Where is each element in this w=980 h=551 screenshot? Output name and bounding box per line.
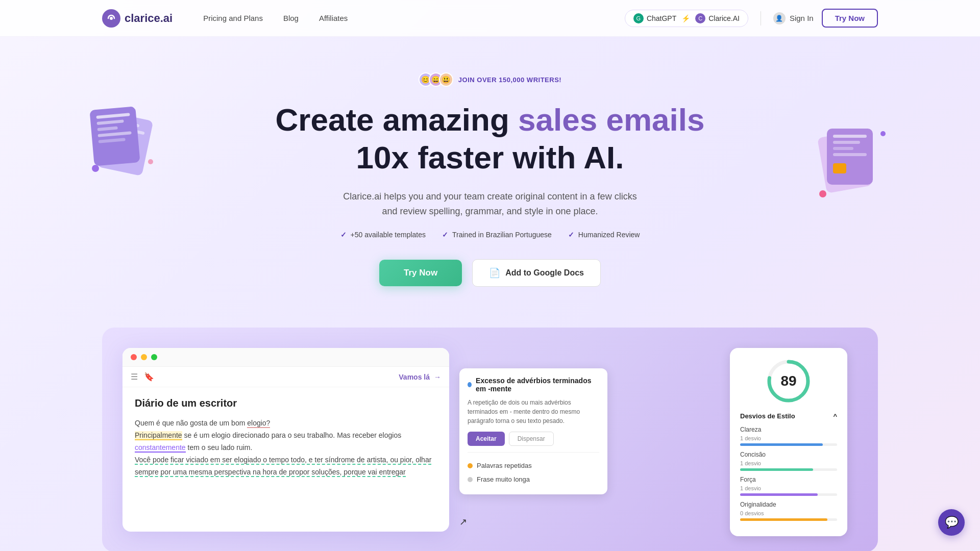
arrow-right-icon: → — [434, 373, 441, 381]
highlight-principalmente: Principalmente — [135, 431, 182, 440]
decoration-dot-purple — [92, 165, 99, 172]
logo[interactable]: clarice.ai — [102, 9, 173, 28]
doc-title: Diário de um escritor — [135, 397, 437, 409]
check-icon-3: ✓ — [568, 231, 574, 239]
score-item-originalidade: Originalidade 0 desvios — [740, 501, 837, 521]
score-bar-track-3 — [740, 493, 837, 496]
decoration-dot-pink — [148, 159, 153, 164]
nav-pricing[interactable]: Pricing and Plans — [203, 14, 263, 22]
demo-section: ☰ 🔖 Vamos lá → Diário de um escritor Que… — [102, 328, 878, 551]
suggestion-item-1: Palavras repetidas — [468, 459, 599, 472]
suggestion-panel: Excesso de advérbios terminados em -ment… — [459, 368, 607, 494]
feature-portuguese: ✓ Trained in Brazilian Portuguese — [442, 231, 552, 239]
demo-content: Diário de um escritor Quem é que não gos… — [122, 387, 449, 488]
nav-links: Pricing and Plans Blog Affiliates — [203, 14, 625, 22]
compare-chatgpt: G ChatGPT — [633, 13, 676, 23]
check-icon-1: ✓ — [340, 231, 347, 239]
nav-divider — [761, 11, 761, 26]
chat-icon: 💬 — [945, 516, 959, 529]
score-bar-track-2 — [740, 468, 837, 471]
toolbar-icons: ☰ 🔖 — [131, 372, 154, 382]
hero-subtitle: Clarice.ai helps you and your team creat… — [337, 189, 643, 219]
badge-text: JOIN OVER 150,000 WRITERS! — [458, 76, 561, 84]
doc-card-right-front — [827, 129, 873, 185]
score-item-concisao: Concisão 1 desvio — [740, 451, 837, 471]
demo-toolbar: ☰ 🔖 Vamos lá → — [122, 367, 449, 387]
demo-titlebar — [122, 348, 449, 367]
suggestion-category: Excesso de advérbios terminados em -ment… — [468, 377, 599, 393]
badge-avatar-3: 😃 — [439, 72, 453, 87]
chatgpt-icon: G — [633, 13, 644, 23]
decoration-dot-purple-right — [880, 131, 886, 136]
suggestion-item-2: Frase muito longa — [468, 472, 599, 486]
bookmark-icon[interactable]: 🔖 — [144, 372, 154, 382]
score-number: 89 — [780, 373, 796, 389]
score-item-clareza: Clareza 1 desvio — [740, 426, 837, 446]
clarice-icon: C — [695, 13, 705, 23]
chat-button[interactable]: 💬 — [938, 509, 965, 536]
hamburger-icon[interactable]: ☰ — [131, 372, 138, 382]
highlight-elogio: elogio? — [247, 419, 270, 428]
signin-button[interactable]: 👤 Sign In — [773, 12, 814, 24]
hero-illustration-right — [817, 129, 898, 210]
hero-title-part2: 10x faster with AI. — [356, 140, 624, 175]
doc-line — [833, 141, 860, 144]
feature-humanized: ✓ Humanized Review — [568, 231, 640, 239]
doc-card-front — [89, 106, 140, 166]
nav-affiliates[interactable]: Affiliates — [319, 14, 348, 22]
tag-element — [833, 163, 846, 173]
traffic-dot-green — [151, 354, 157, 360]
doc-line — [97, 126, 117, 131]
suggestion-dot-gray — [468, 477, 473, 482]
score-panel: 89 Desvios de Estilo ^ Clareza 1 desvio … — [730, 348, 847, 536]
suggestion-actions: Aceitar Dispensar — [468, 432, 599, 446]
signin-avatar-icon: 👤 — [773, 12, 786, 24]
hero-try-button[interactable]: Try Now — [379, 260, 462, 286]
score-section-title: Desvios de Estilo ^ — [740, 412, 837, 420]
svg-point-1 — [110, 17, 113, 20]
score-item-forca: Força 1 desvio — [740, 476, 837, 496]
doc-line — [833, 135, 867, 138]
score-bar-concisao — [740, 468, 813, 471]
chevron-up-icon[interactable]: ^ — [833, 412, 837, 420]
nav-try-button[interactable]: Try Now — [822, 9, 878, 28]
highlight-line4: Você pode ficar viciado em ser elogiado … — [135, 456, 431, 477]
hero-badge: 😊 😄 😃 JOIN OVER 150,000 WRITERS! — [419, 72, 561, 87]
suggestion-dot-orange — [468, 463, 473, 468]
google-docs-icon: 📄 — [489, 267, 500, 279]
doc-line — [833, 153, 867, 156]
score-bar-clareza — [740, 443, 823, 446]
nav-blog[interactable]: Blog — [283, 14, 299, 22]
score-bar-track-1 — [740, 443, 837, 446]
suggestion-description: A repetição de dois ou mais advérbios te… — [468, 398, 599, 425]
hero-title-part1: Create amazing — [276, 102, 519, 137]
doc-body: Quem é que não gosta de um bom elogio? P… — [135, 417, 437, 478]
lightning-icon: ⚡ — [681, 14, 690, 22]
hero-buttons: Try Now 📄 Add to Google Docs — [379, 259, 601, 287]
feature-templates: ✓ +50 available templates — [340, 231, 426, 239]
hero-features: ✓ +50 available templates ✓ Trained in B… — [340, 231, 640, 239]
hero-title-highlight: sales emails — [518, 102, 704, 137]
toolbar-right[interactable]: Vamos lá → — [399, 373, 441, 381]
nav-right: G ChatGPT ⚡ C Clarice.AI 👤 Sign In Try N… — [625, 9, 878, 28]
cursor-indicator: ↗ — [459, 516, 467, 528]
compare-clarice: C Clarice.AI — [695, 13, 740, 23]
compare-toggle[interactable]: G ChatGPT ⚡ C Clarice.AI — [625, 10, 748, 27]
suggestion-dot — [468, 382, 472, 387]
score-bar-forca — [740, 493, 818, 496]
hero-illustration-left — [92, 108, 174, 190]
badge-avatars: 😊 😄 😃 — [419, 72, 453, 87]
doc-line — [99, 138, 126, 143]
suggestion-title: Excesso de advérbios terminados em -ment… — [476, 377, 599, 393]
dismiss-button[interactable]: Dispensar — [509, 432, 554, 446]
score-bar-originalidade — [740, 518, 827, 521]
navbar: clarice.ai Pricing and Plans Blog Affili… — [0, 0, 980, 37]
hero-section: 😊 😄 😃 JOIN OVER 150,000 WRITERS! Create … — [0, 37, 980, 317]
score-bar-track-4 — [740, 518, 837, 521]
highlight-constantemente: constantemente — [135, 443, 186, 453]
hero-google-docs-button[interactable]: 📄 Add to Google Docs — [472, 259, 601, 287]
decoration-dot-pink-right — [819, 190, 826, 197]
accept-button[interactable]: Aceitar — [468, 432, 505, 446]
doc-line — [96, 119, 124, 125]
traffic-dot-red — [131, 354, 137, 360]
